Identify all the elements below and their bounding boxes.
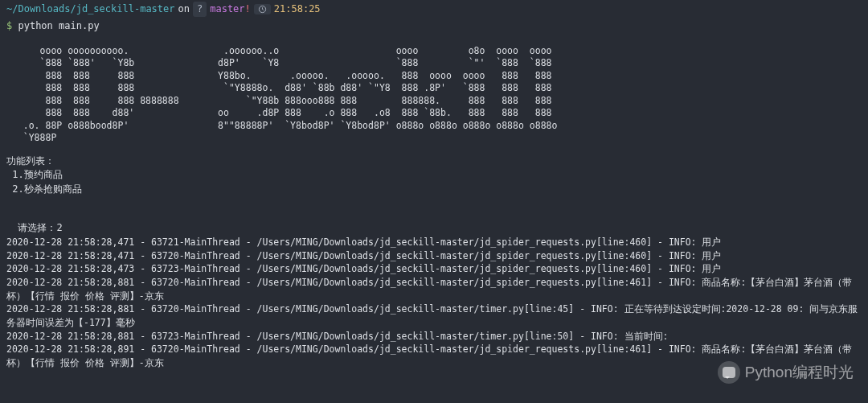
git-branch: master! (210, 2, 251, 16)
select-input-value[interactable]: 2 (56, 222, 62, 233)
log-line-4: 2020-12-28 21:58:28,881 - 63720-MainThre… (0, 276, 868, 302)
terminal-status-bar: ~/Downloads/jd_seckill-master on ? maste… (0, 0, 868, 17)
prompt-symbol: $ (6, 20, 12, 31)
menu-header: 功能列表： (0, 154, 868, 168)
cwd-path: ~/Downloads/jd_seckill-master (6, 2, 175, 16)
select-prompt-label: 请选择： (18, 222, 56, 233)
branch-icon: ? (193, 2, 207, 17)
log-line-1: 2020-12-28 21:58:28,471 - 63721-MainThre… (0, 236, 868, 249)
log-line-5: 2020-12-28 21:58:28,881 - 63720-MainThre… (0, 302, 868, 329)
menu-item-2: 2.秒杀抢购商品 (0, 183, 868, 196)
prompt-line[interactable]: $ python main.py (0, 17, 868, 38)
ascii-banner: oooo oooooooooo. .oooooo..o oooo o8o ooo… (0, 45, 868, 145)
log-line-3: 2020-12-28 21:58:28,473 - 63723-MainThre… (0, 262, 868, 276)
clock-time: 21:58:25 (274, 2, 321, 16)
on-label: on (178, 2, 190, 16)
select-prompt-line[interactable]: 请选择：2 (0, 208, 868, 236)
command-text: python main.py (18, 20, 99, 31)
log-line-7: 2020-12-28 21:58:28,891 - 63720-MainThre… (0, 343, 868, 369)
menu-item-1: 1.预约商品 (0, 168, 868, 182)
log-line-2: 2020-12-28 21:58:28,471 - 63720-MainThre… (0, 249, 868, 263)
clock-icon (254, 4, 271, 14)
log-line-6: 2020-12-28 21:58:28,881 - 63723-MainThre… (0, 330, 868, 343)
